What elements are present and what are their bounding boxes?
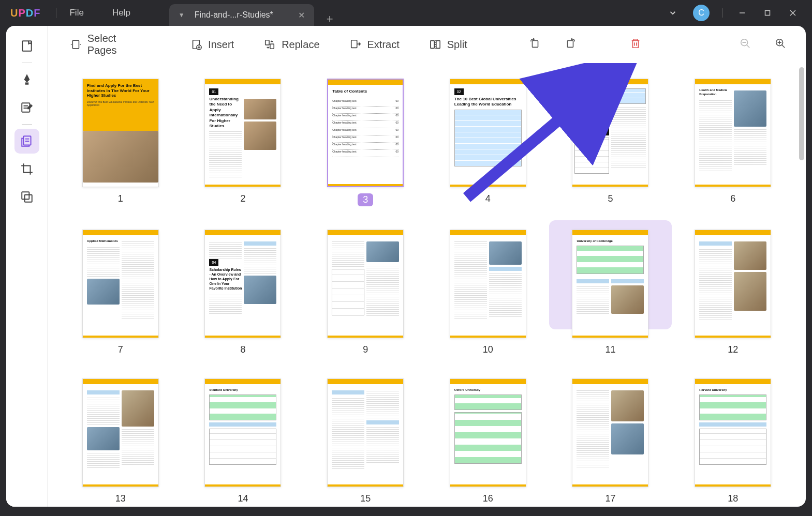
svg-rect-21 xyxy=(351,40,357,48)
select-pages-button[interactable]: Select Pages xyxy=(63,28,152,60)
page-cell: Harvard University18 xyxy=(686,378,780,504)
insert-button[interactable]: Insert xyxy=(183,35,241,55)
page-thumbnail[interactable]: Table of ContentsChapter heading text00C… xyxy=(327,79,404,187)
svg-rect-23 xyxy=(436,41,440,49)
split-label: Split xyxy=(447,39,467,51)
page-thumbnail[interactable]: Applied Mathematics xyxy=(82,230,159,338)
page-cell: 12 xyxy=(686,230,780,355)
extract-button[interactable]: Extract xyxy=(343,35,407,55)
vertical-scrollbar[interactable] xyxy=(799,67,804,160)
menu-file[interactable]: File xyxy=(69,8,83,18)
svg-rect-25 xyxy=(532,41,538,48)
svg-rect-14 xyxy=(72,40,79,49)
replace-button[interactable]: Replace xyxy=(257,35,327,55)
select-pages-label: Select Pages xyxy=(87,33,145,56)
close-icon[interactable]: ✕ xyxy=(298,10,305,20)
extract-label: Extract xyxy=(367,39,400,51)
page-thumbnail[interactable]: 04Scholarship Rules - An Overview and Ho… xyxy=(204,230,281,338)
tab-area: ▼ Find-and-...r-Studies* ✕ + xyxy=(169,0,344,26)
page-number: 5 xyxy=(608,193,613,204)
highlight-icon[interactable] xyxy=(14,67,39,92)
page-cell: Health and Medical Preparation6 xyxy=(686,79,780,206)
left-sidebar xyxy=(6,26,48,507)
page-thumbnail[interactable]: 01Understanding the Need to Apply Intern… xyxy=(204,79,281,187)
page-number: 14 xyxy=(238,493,248,504)
menu-help[interactable]: Help xyxy=(112,8,130,18)
add-tab-button[interactable]: + xyxy=(316,12,344,26)
page-number: 10 xyxy=(483,344,493,355)
page-thumbnail[interactable]: Stanford University xyxy=(204,378,281,487)
svg-rect-9 xyxy=(23,136,31,145)
page-grid-scroll[interactable]: Find and Apply For the Best Institutes I… xyxy=(48,63,806,507)
page-number: 17 xyxy=(605,493,615,504)
user-avatar[interactable]: C xyxy=(693,5,710,21)
svg-rect-12 xyxy=(22,192,29,199)
page-cell: Find and Apply For the Best Institutes I… xyxy=(73,79,168,206)
svg-rect-26 xyxy=(567,41,573,48)
delete-button[interactable] xyxy=(626,34,645,55)
page-cell: Oxford University16 xyxy=(441,378,535,504)
organize-pages-icon[interactable] xyxy=(14,129,39,154)
page-number: 15 xyxy=(360,493,371,504)
page-cell: 15 xyxy=(318,378,412,504)
page-thumbnail[interactable]: 02The 10 Best Global Universities Leadin… xyxy=(450,79,526,187)
svg-rect-13 xyxy=(24,195,32,202)
reader-mode-icon[interactable] xyxy=(14,34,39,58)
maximize-button[interactable] xyxy=(761,7,774,19)
svg-rect-19 xyxy=(265,40,269,45)
page-number: 6 xyxy=(730,193,735,204)
separator xyxy=(56,8,56,18)
zoom-in-button[interactable] xyxy=(771,34,790,55)
chevron-down-icon[interactable] xyxy=(666,6,680,20)
page-number: 11 xyxy=(605,344,615,355)
title-bar: UPDF File Help ▼ Find-and-...r-Studies* … xyxy=(0,0,812,26)
page-cell: Stanford University14 xyxy=(196,378,290,504)
page-number: 1 xyxy=(118,193,123,204)
page-number: 7 xyxy=(118,344,123,355)
crop-icon[interactable] xyxy=(14,157,39,181)
svg-rect-20 xyxy=(270,44,274,49)
minimize-button[interactable] xyxy=(736,7,748,19)
page-cell: 10 xyxy=(441,230,535,355)
page-thumbnail[interactable] xyxy=(450,230,526,338)
zoom-out-button[interactable] xyxy=(735,34,755,55)
page-number: 12 xyxy=(728,344,738,355)
separator xyxy=(22,124,32,125)
page-cell: 03Best Professional Exposure5 xyxy=(564,79,658,206)
page-thumbnail[interactable]: Health and Medical Preparation xyxy=(695,79,771,187)
page-number: 8 xyxy=(240,344,245,355)
separator xyxy=(22,63,32,63)
page-cell: 04Scholarship Rules - An Overview and Ho… xyxy=(196,230,290,355)
close-button[interactable] xyxy=(787,7,799,19)
page-thumbnail[interactable]: 03Best Professional Exposure xyxy=(572,79,648,187)
toolbar: Select Pages Insert Replace Extract Spli… xyxy=(48,26,806,63)
tab-dropdown-icon[interactable]: ▼ xyxy=(179,11,185,19)
page-thumbnail[interactable]: Oxford University xyxy=(450,378,526,487)
svg-line-29 xyxy=(747,45,750,48)
page-thumbnail[interactable] xyxy=(82,378,159,487)
svg-rect-22 xyxy=(431,41,434,49)
page-thumbnail[interactable]: Harvard University xyxy=(695,378,771,487)
rotate-right-button[interactable] xyxy=(560,34,580,55)
svg-rect-1 xyxy=(765,11,770,16)
insert-label: Insert xyxy=(208,39,234,51)
app-logo: UPDF xyxy=(10,7,40,19)
document-tab[interactable]: ▼ Find-and-...r-Studies* ✕ xyxy=(169,4,314,26)
page-thumbnail[interactable] xyxy=(327,378,404,487)
page-thumbnail[interactable] xyxy=(327,230,404,338)
page-cell: Applied Mathematics7 xyxy=(73,230,168,355)
page-thumbnail[interactable] xyxy=(695,230,771,338)
page-thumbnail[interactable]: Find and Apply For the Best Institutes I… xyxy=(82,79,159,187)
app-shell: Select Pages Insert Replace Extract Spli… xyxy=(6,26,806,507)
split-button[interactable]: Split xyxy=(422,35,475,55)
page-thumbnail[interactable]: University of Cambridge xyxy=(572,230,648,338)
rotate-left-button[interactable] xyxy=(525,34,545,55)
page-thumbnail[interactable] xyxy=(572,378,648,487)
page-cell: 9 xyxy=(318,230,412,355)
page-number: 9 xyxy=(363,344,368,355)
page-number: 13 xyxy=(115,493,126,504)
edit-icon[interactable] xyxy=(14,95,39,120)
window-controls: C xyxy=(666,5,807,21)
compare-icon[interactable] xyxy=(14,185,39,209)
page-cell: 13 xyxy=(73,378,168,504)
